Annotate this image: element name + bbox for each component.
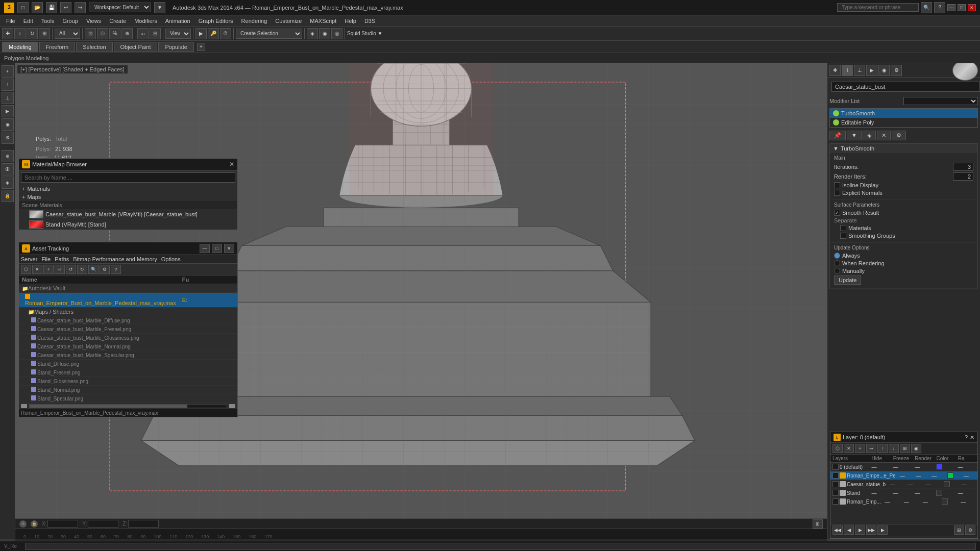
menu-create[interactable]: Create (105, 17, 130, 25)
turbosmooth-header[interactable]: ▼ TurboSmooth (830, 144, 977, 153)
layer-roman-pe-color[interactable] (947, 472, 953, 479)
viewport-maximize[interactable]: ⊞ (813, 519, 823, 529)
create-tab[interactable]: ✚ (829, 65, 841, 76)
at-tb-4[interactable]: ⇨ (55, 265, 65, 274)
open-btn[interactable]: 📂 (32, 2, 43, 13)
layer-default[interactable]: 0 (default) — — — — (830, 463, 977, 471)
at-maximize[interactable]: □ (212, 244, 222, 253)
menu-edit[interactable]: Edit (19, 17, 37, 25)
configure[interactable]: ⚙ (892, 131, 906, 140)
at-col-name[interactable]: Name (19, 276, 179, 284)
layers-tb-2[interactable]: ✕ (844, 444, 854, 453)
timeline-track[interactable]: 0 10 20 30 40 50 60 70 80 90 100 110 120… (15, 529, 827, 539)
coord-y-input[interactable] (88, 520, 118, 528)
object-name-field[interactable] (831, 82, 980, 92)
iterations-input[interactable] (953, 163, 973, 171)
menu-customize[interactable]: Customize (271, 17, 306, 25)
at-row-main-file[interactable]: Roman_Emperor_Bust_on_Marble_Pedestal_ma… (19, 293, 237, 308)
at-row-diffuse[interactable]: Caesar_statue_bust_Marble_Diffuse.png (19, 316, 237, 325)
menu-tools[interactable]: Tools (37, 17, 59, 25)
at-row-stand-normal[interactable]: Stand_Normal.png (19, 386, 237, 394)
layers-select-all[interactable]: ⊞ (954, 525, 964, 535)
help-btn[interactable]: ? (934, 2, 945, 13)
layers-nav-left[interactable]: ◀◀ (832, 525, 843, 535)
key-mode[interactable]: 🔑 (208, 28, 219, 39)
show-end[interactable]: ▼ (847, 131, 862, 140)
spinner-snap[interactable]: ⊕ (121, 28, 133, 39)
save-btn[interactable]: 💾 (46, 2, 57, 13)
at-menu-paths[interactable]: Paths (55, 256, 69, 262)
status-field[interactable] (25, 543, 976, 550)
rotate-tool[interactable]: ↻ (27, 28, 38, 39)
motion-panel[interactable]: ▶ (2, 105, 14, 117)
layers-tb-8[interactable]: ◉ (911, 444, 921, 453)
workspace-selector[interactable]: Workspace: Default (89, 3, 151, 12)
render-setup[interactable]: ◈ (307, 28, 318, 39)
smooth-result-checkbox[interactable] (834, 210, 840, 216)
coord-x-input[interactable] (47, 520, 78, 528)
smoothing-groups-checkbox[interactable] (840, 233, 846, 239)
utilities-tab[interactable]: ⚙ (891, 65, 902, 76)
mat-stand[interactable]: Stand (VRayMtl) [Stand] (19, 219, 237, 230)
menu-file[interactable]: File (2, 17, 19, 25)
make-unique[interactable]: ◈ (863, 131, 876, 140)
display-tab[interactable]: ◉ (878, 65, 890, 76)
layers-tb-7[interactable]: ⊞ (900, 444, 910, 453)
at-row-stand-fresnel[interactable]: Stand_Fresnel.png (19, 368, 237, 377)
modify-panel[interactable]: ⌇ (2, 79, 14, 91)
at-row-autodesk[interactable]: Autodesk Vault (19, 284, 237, 293)
minimize-btn[interactable]: — (947, 4, 955, 11)
layer-default-checkbox[interactable] (832, 464, 839, 470)
modifier-dropdown[interactable] (903, 97, 978, 105)
menu-group[interactable]: Group (58, 17, 82, 25)
at-col-path[interactable]: Fu (179, 276, 237, 284)
select-tool[interactable]: ✚ (2, 28, 13, 39)
layers-nav-right[interactable]: ▶▶ (866, 525, 876, 535)
at-menu-bitmap[interactable]: Bitmap Performance and Memory (73, 256, 157, 262)
layers-tb-4[interactable]: ⇒ (866, 444, 876, 453)
at-tb-2[interactable]: ✕ (32, 265, 42, 274)
menu-modifiers[interactable]: Modifiers (130, 17, 161, 25)
playback-toggle[interactable]: ▶ (195, 28, 207, 39)
at-tb-8[interactable]: ⚙ (100, 265, 110, 274)
manually-radio[interactable] (834, 268, 840, 274)
hierarchy-tab[interactable]: ⊥ (854, 65, 865, 76)
layer-roman-pe[interactable]: Roman_Empe...e_Pe — — — — (830, 471, 977, 480)
at-row-stand-specular[interactable]: Stand_Specular.png (19, 394, 237, 403)
at-row-specular[interactable]: Caesar_statue_bust_Marble_Specular.png (19, 351, 237, 360)
layers-tb-5[interactable]: ↑ (877, 444, 888, 453)
time-config[interactable]: ⏱ (220, 28, 231, 39)
material-browser-close[interactable]: ✕ (229, 161, 234, 168)
angle-snap[interactable]: ⦾ (97, 28, 108, 39)
isolate-icon[interactable]: ◈ (2, 177, 14, 189)
modify-tab[interactable]: ⌇ (842, 65, 853, 76)
menu-rendering[interactable]: Rendering (237, 17, 272, 25)
workspace-arrow[interactable]: ▼ (154, 2, 165, 13)
layer-roman-emp-color[interactable] (942, 498, 948, 505)
layer-stand-checkbox[interactable] (832, 490, 839, 496)
keyword-search[interactable] (837, 3, 919, 12)
pin-stack[interactable]: 📌 (829, 131, 846, 140)
at-tb-1[interactable]: ⬡ (21, 265, 31, 274)
layer-roman-emp-checkbox[interactable] (832, 498, 839, 505)
layer-stand[interactable]: Stand — — — — (830, 489, 977, 497)
update-button[interactable]: Update (834, 276, 861, 285)
render-iters-input[interactable] (953, 172, 973, 181)
layers-nav-play[interactable]: ▶ (877, 525, 888, 535)
at-tb-9[interactable]: ? (111, 265, 121, 274)
isoline-checkbox[interactable] (834, 182, 840, 188)
layers-tb-3[interactable]: + (855, 444, 865, 453)
maximize-btn[interactable]: □ (958, 4, 966, 11)
layer-roman-emp[interactable]: Roman_Emp... — — — — (830, 497, 977, 506)
layer-stand-color[interactable] (936, 490, 942, 496)
layers-settings[interactable]: ⚙ (965, 525, 975, 535)
at-tb-5[interactable]: ↺ (66, 265, 76, 274)
display-panel[interactable]: ◉ (2, 118, 14, 131)
always-radio[interactable] (834, 253, 840, 259)
align-btn[interactable]: ⊟ (150, 28, 161, 39)
tab-freeform[interactable]: Freeform (39, 42, 76, 52)
selection-filter[interactable]: Create Selection (236, 29, 302, 39)
snap-icon[interactable]: ⊕ (2, 150, 14, 162)
layers-close[interactable]: ✕ (970, 434, 974, 441)
close-btn[interactable]: ✕ (968, 4, 976, 11)
